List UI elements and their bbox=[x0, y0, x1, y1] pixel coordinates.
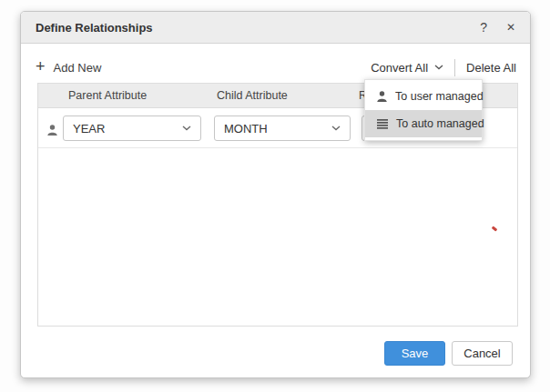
auto-managed-icon bbox=[377, 119, 388, 129]
child-attribute-select[interactable]: MONTH bbox=[214, 116, 351, 141]
define-relationships-dialog: Define Relationships ? ✕ + Add New Conve… bbox=[20, 11, 531, 378]
toolbar-divider bbox=[454, 59, 455, 76]
convert-all-menu: To user managed To auto managed bbox=[364, 79, 483, 141]
parent-attribute-select[interactable]: YEAR bbox=[63, 116, 201, 141]
dialog-footer: Save Cancel bbox=[384, 341, 513, 366]
chevron-down-icon bbox=[434, 65, 443, 70]
dialog-title: Define Relationships bbox=[36, 21, 153, 35]
help-icon[interactable]: ? bbox=[480, 20, 487, 35]
user-managed-icon[interactable] bbox=[47, 123, 57, 139]
menu-item-to-auto-managed[interactable]: To auto managed bbox=[365, 110, 482, 137]
convert-all-label: Convert All bbox=[371, 61, 428, 75]
screen: Define Relationships ? ✕ + Add New Conve… bbox=[0, 0, 550, 392]
chevron-down-icon bbox=[182, 126, 191, 131]
column-header-parent-attribute: Parent Attribute bbox=[68, 89, 147, 102]
cancel-button[interactable]: Cancel bbox=[452, 341, 513, 366]
save-button[interactable]: Save bbox=[384, 341, 445, 366]
convert-all-button[interactable]: Convert All bbox=[371, 61, 443, 75]
toolbar: + Add New Convert All Delete All bbox=[36, 54, 516, 81]
required-asterisk-tip bbox=[492, 226, 498, 231]
delete-all-button[interactable]: Delete All bbox=[466, 61, 516, 75]
plus-icon: + bbox=[36, 58, 46, 75]
add-new-label: Add New bbox=[54, 61, 102, 75]
menu-item-label: To user managed bbox=[395, 90, 484, 103]
child-attribute-value: MONTH bbox=[224, 122, 268, 136]
menu-item-to-user-managed[interactable]: To user managed bbox=[365, 83, 482, 110]
close-icon[interactable]: ✕ bbox=[506, 21, 515, 34]
column-header-child-attribute: Child Attribute bbox=[217, 89, 288, 102]
parent-attribute-value: YEAR bbox=[73, 122, 105, 136]
add-new-button[interactable]: + Add New bbox=[36, 60, 101, 75]
chevron-down-icon bbox=[331, 126, 341, 131]
toolbar-right: Convert All Delete All bbox=[371, 59, 516, 76]
header-actions: ? ✕ bbox=[480, 20, 515, 35]
dialog-header: Define Relationships ? ✕ bbox=[21, 12, 530, 44]
user-icon bbox=[377, 91, 387, 102]
menu-item-label: To auto managed bbox=[396, 117, 484, 130]
